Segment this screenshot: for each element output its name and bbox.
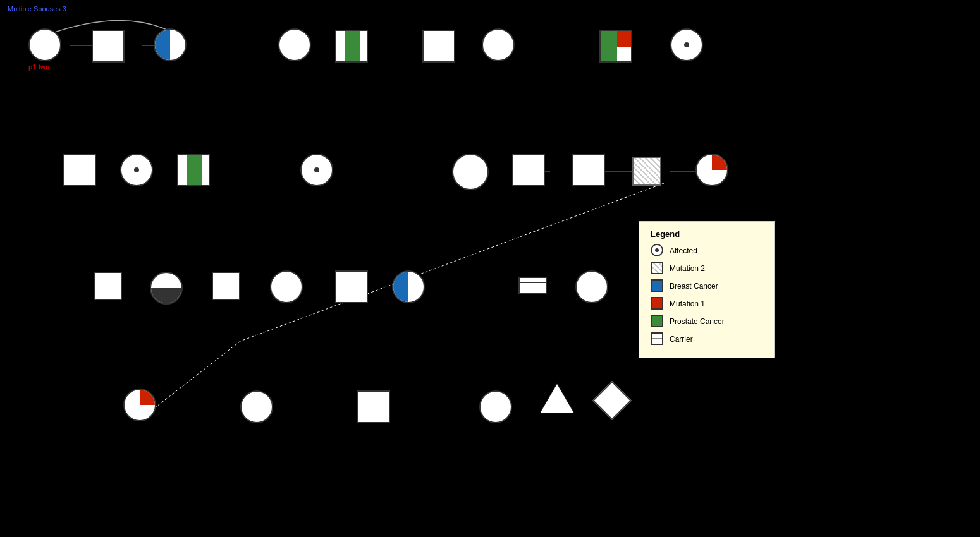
connection-lines xyxy=(0,0,980,537)
symbol-r1-m3 xyxy=(422,30,455,63)
legend-label-mutation1: Mutation 1 xyxy=(670,299,705,308)
symbol-r3-f1 xyxy=(150,272,183,305)
legend-box: Legend Affected Mutation 2 Bre xyxy=(639,221,775,358)
pedigree-canvas: Multiple Spouses 3 p1-two xyxy=(0,0,980,537)
symbol-r4-diamond xyxy=(598,387,626,414)
symbol-r1-f5 xyxy=(670,28,703,61)
symbol-r2-m1 xyxy=(63,154,96,186)
symbol-r3-f2 xyxy=(270,270,303,303)
symbol-r4-deceased xyxy=(541,384,573,413)
symbol-r1-f2 xyxy=(154,28,187,61)
multi-spouse-label: Multiple Spouses 3 xyxy=(8,5,66,13)
symbol-r3-m3 xyxy=(335,270,368,303)
symbol-r2-f3 xyxy=(452,154,489,190)
legend-item-affected: Affected xyxy=(651,244,763,258)
legend-label-affected: Affected xyxy=(670,246,697,255)
symbol-r4-f1 xyxy=(123,389,156,421)
symbol-r2-f2 xyxy=(300,154,333,186)
legend-item-breast: Breast Cancer xyxy=(651,279,763,293)
legend-icon-carrier xyxy=(651,332,665,346)
symbol-r3-m4 xyxy=(518,277,547,294)
legend-item-carrier: Carrier xyxy=(651,332,763,346)
legend-item-prostate: Prostate Cancer xyxy=(651,315,763,329)
symbol-r2-m2 xyxy=(177,154,210,186)
symbol-r4-f3 xyxy=(479,390,512,423)
symbol-r1-f4 xyxy=(482,28,515,61)
legend-label-breast: Breast Cancer xyxy=(670,282,718,291)
symbol-r2-m3 xyxy=(512,154,545,186)
legend-icon-breast xyxy=(651,279,665,293)
svg-line-0 xyxy=(240,183,664,341)
symbol-r4-f2 xyxy=(240,390,273,423)
symbol-r1-m2 xyxy=(335,30,368,63)
symbol-r2-f1 xyxy=(120,154,153,186)
symbol-r3-m2 xyxy=(212,272,240,300)
legend-label-carrier: Carrier xyxy=(670,335,693,344)
legend-icon-mutation2 xyxy=(651,262,665,275)
symbol-r2-m4 xyxy=(572,154,605,186)
legend-label-prostate: Prostate Cancer xyxy=(670,317,725,326)
legend-icon-mutation1 xyxy=(651,297,665,311)
legend-icon-prostate xyxy=(651,315,665,329)
legend-icon-affected xyxy=(651,244,665,258)
symbol-r1-m4 xyxy=(599,30,632,63)
legend-label-mutation2: Mutation 2 xyxy=(670,264,705,273)
symbol-r3-f4 xyxy=(575,270,608,303)
symbol-r2-f4 xyxy=(695,154,728,186)
legend-item-mutation2: Mutation 2 xyxy=(651,262,763,275)
symbol-r3-m1 xyxy=(94,272,122,300)
p1-two-label: p1-two xyxy=(28,63,49,71)
symbol-r4-m1 xyxy=(357,390,390,423)
symbol-r1-m1 xyxy=(92,30,125,63)
symbol-r3-f3 xyxy=(392,270,425,303)
symbol-r1-f1 xyxy=(28,28,61,61)
symbol-r2-m5 xyxy=(632,157,661,186)
legend-item-mutation1: Mutation 1 xyxy=(651,297,763,311)
legend-title: Legend xyxy=(651,229,763,239)
symbol-r1-f3 xyxy=(278,28,311,61)
